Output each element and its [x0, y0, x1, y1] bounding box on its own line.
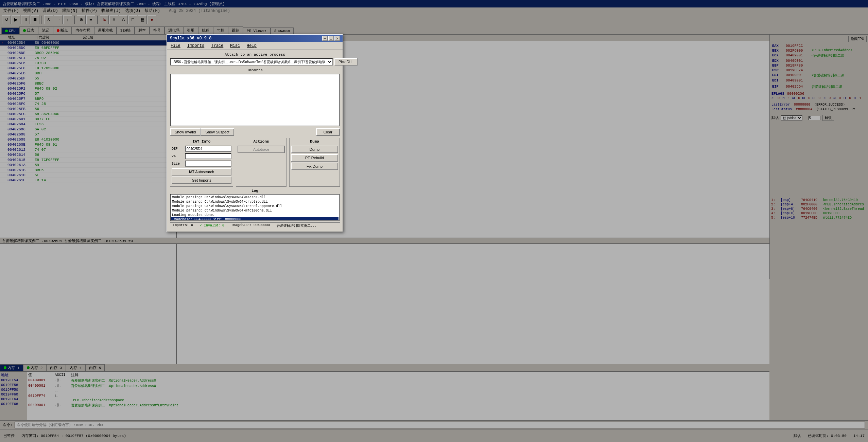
module-name: 吾爱破解培训课实例二...: [277, 223, 317, 228]
scylla-menu-trace[interactable]: Trace: [209, 43, 225, 49]
log-entry-5: Loading modules done.: [171, 213, 338, 217]
oep-label: OEP: [172, 147, 184, 151]
oep-row: OEP: [172, 146, 231, 152]
log-box[interactable]: Module parsing: C:\Windows\SysWOW64\msas…: [170, 194, 340, 221]
scylla-menu-misc[interactable]: Misc: [228, 43, 242, 49]
log-entry-4: Module parsing: C:\Windows\SysWOW64\mfc1…: [171, 208, 338, 213]
size-input[interactable]: [185, 161, 231, 167]
attach-row: 2856 - 吾爱破解培训课第二课实例二 .exe - D:\SoftwareT…: [170, 58, 340, 66]
log-entry-1: Module parsing: C:\Windows\SysWOW64\msas…: [171, 195, 338, 200]
iat-section: IAT Info OEP VA Size IAT Autosearch Get …: [170, 138, 233, 187]
scylla-status-bar: Imports: 0 ✓ Invalid: 0 Imagebase: 00400…: [170, 222, 340, 229]
log-title: Log: [170, 189, 340, 193]
log-entry-6: Imagebase: 00400000 Size: 0000D000: [171, 217, 338, 221]
log-entry-2: Module parsing: C:\Windows\SysWOW64\cryp…: [171, 200, 338, 204]
scylla-maximize-button[interactable]: □: [328, 36, 334, 41]
scylla-menu-help[interactable]: Help: [245, 43, 259, 49]
process-dropdown[interactable]: 2856 - 吾爱破解培训课第二课实例二 .exe - D:\SoftwareT…: [170, 58, 333, 66]
dump-section: Dump Dump PE Rebuild Fix Dump: [289, 138, 340, 187]
scylla-body: Attach to an active process 2856 - 吾爱破解培…: [167, 50, 343, 232]
size-row: Size: [172, 161, 231, 167]
imports-list[interactable]: [170, 74, 340, 126]
modal-overlay: [0, 0, 868, 442]
action-buttons-row: Show Invalid Show Suspect Clear: [170, 128, 340, 136]
pe-rebuild-button[interactable]: PE Rebuild: [291, 154, 338, 162]
clear-button[interactable]: Clear: [316, 128, 340, 136]
oep-input[interactable]: [185, 146, 231, 152]
scylla-close-button[interactable]: ✕: [334, 36, 340, 41]
get-imports-button[interactable]: Get Imports: [172, 177, 231, 184]
scylla-title-bar: Scylla x86 v0.9.8 ─ □ ✕: [167, 35, 343, 42]
actions-section: Actions Autotrace: [236, 138, 287, 187]
bottom-three-panels: IAT Info OEP VA Size IAT Autosearch Get …: [170, 138, 340, 187]
log-entry-3: Module parsing: C:\Windows\SysWOW64\kern…: [171, 204, 338, 208]
dump-button[interactable]: Dump: [291, 146, 338, 153]
scylla-minimize-button[interactable]: ─: [322, 36, 328, 41]
va-label: VA: [172, 154, 184, 158]
scylla-menu-file[interactable]: File: [169, 43, 183, 49]
show-suspect-button[interactable]: Show Suspect: [201, 128, 234, 136]
va-input[interactable]: [185, 153, 231, 159]
scylla-menu: File Imports Trace Misc Help: [167, 42, 343, 50]
attach-label: Attach to an active process: [170, 53, 340, 57]
show-invalid-button[interactable]: Show Invalid: [170, 128, 201, 136]
fix-dump-button[interactable]: Fix Dump: [291, 163, 338, 170]
autotrace-button[interactable]: Autotrace: [238, 146, 285, 153]
invalid-count: ✓ Invalid: 0: [200, 223, 224, 228]
actions-title: Actions: [238, 140, 285, 144]
dump-title: Dump: [291, 140, 338, 144]
scylla-dialog: Scylla x86 v0.9.8 ─ □ ✕ File Imports Tra…: [167, 34, 343, 232]
iat-title: IAT Info: [172, 140, 231, 144]
pick-dll-button[interactable]: Pick DLL: [334, 58, 358, 66]
log-section: Log Module parsing: C:\Windows\SysWOW64\…: [170, 189, 340, 221]
iat-autosearch-button[interactable]: IAT Autosearch: [172, 168, 231, 176]
va-row: VA: [172, 153, 231, 159]
imports-section-label: Imports: [170, 68, 340, 72]
scylla-window-buttons: ─ □ ✕: [322, 36, 340, 41]
imports-count: Imports: 0: [173, 223, 193, 228]
size-label: Size: [172, 162, 184, 166]
scylla-title-text: Scylla x86 v0.9.8: [170, 36, 211, 41]
imagebase-status: Imagebase: 00400000: [231, 223, 270, 228]
scylla-menu-imports[interactable]: Imports: [185, 43, 206, 49]
